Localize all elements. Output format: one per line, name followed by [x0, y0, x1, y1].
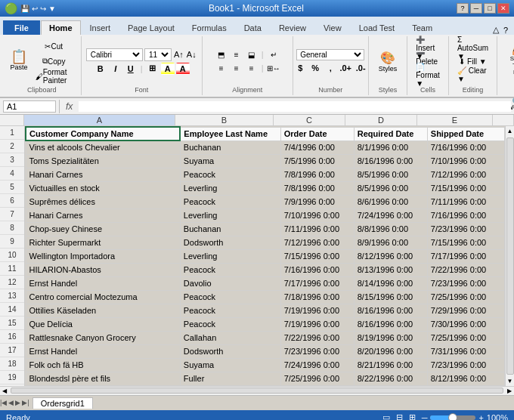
cell-r6c3[interactable]: 7/9/1996 0:00	[280, 195, 354, 208]
cell-r10c1[interactable]: Wellington Importadora	[26, 249, 180, 263]
cell-r17c3[interactable]: 7/23/1996 0:00	[280, 344, 354, 358]
tab-file[interactable]: File	[3, 20, 40, 35]
sheet-last-btn[interactable]: ▶|	[22, 399, 29, 406]
cell-r5c4[interactable]: 8/5/1996 0:00	[354, 181, 427, 195]
col-header-c[interactable]: C	[274, 115, 345, 125]
corner-cell[interactable]	[0, 115, 24, 125]
redo-quick-btn[interactable]: ↪	[40, 5, 46, 13]
row-header-1[interactable]: 1	[0, 126, 24, 140]
cell-r14c4[interactable]: 8/16/1996 0:00	[354, 304, 427, 317]
wrap-text-btn[interactable]: ↵	[267, 48, 280, 60]
cell-r11c2[interactable]: Peacock	[180, 263, 280, 276]
row-header-10[interactable]: 10	[0, 249, 24, 262]
cell-r10c5[interactable]: 7/17/1996 0:00	[427, 249, 504, 263]
cell-r3c2[interactable]: Suyama	[180, 154, 280, 168]
tab-insert[interactable]: Insert	[82, 20, 119, 35]
vertical-scrollbar[interactable]: ▲ ▼	[505, 126, 514, 386]
cut-button[interactable]: ✂ Cut	[32, 39, 76, 53]
row-header-4[interactable]: 4	[0, 167, 24, 181]
row-header-19[interactable]: 19	[0, 371, 24, 384]
cell-r18c1[interactable]: Folk och fä HB	[26, 358, 180, 372]
bold-button[interactable]: B	[94, 63, 107, 75]
cell-r18c5[interactable]: 7/23/1996 0:00	[427, 358, 504, 372]
view-page-break-btn[interactable]: ⊞	[409, 412, 416, 420]
cell-r12c2[interactable]: Davolio	[180, 276, 280, 290]
tab-review[interactable]: Review	[271, 20, 314, 35]
cell-r5c1[interactable]: Victuailles en stock	[26, 181, 180, 195]
sheet-first-btn[interactable]: |◀	[0, 399, 7, 406]
row-header-2[interactable]: 2	[0, 140, 24, 153]
restore-btn[interactable]: □	[484, 3, 496, 14]
tab-formulas[interactable]: Formulas	[184, 20, 235, 35]
align-top-left-btn[interactable]: ⬒	[215, 48, 228, 60]
styles-button[interactable]: 🎨 Styles	[373, 40, 403, 82]
cell-r4c2[interactable]: Peacock	[180, 168, 280, 181]
cell-r16c3[interactable]: 7/22/1996 0:00	[280, 331, 354, 344]
cell-r11c4[interactable]: 8/13/1996 0:00	[354, 263, 427, 276]
cell-r15c1[interactable]: Que Delícia	[26, 317, 180, 331]
zoom-slider[interactable]	[430, 415, 475, 420]
cell-r16c4[interactable]: 8/19/1996 0:00	[354, 331, 427, 344]
cell-r13c5[interactable]: 7/25/1996 0:00	[427, 290, 504, 304]
customize-quick-btn[interactable]: ▼	[48, 5, 56, 13]
cell-r9c2[interactable]: Dodsworth	[180, 236, 280, 249]
number-format-select[interactable]: General	[296, 49, 364, 60]
align-top-right-btn[interactable]: ⬓	[245, 48, 259, 60]
cell-r11c5[interactable]: 7/22/1996 0:00	[427, 263, 504, 276]
minimize-btn[interactable]: ─	[470, 3, 482, 14]
row-header-17[interactable]: 17	[0, 344, 24, 357]
scroll-down-btn[interactable]: ▼	[506, 376, 514, 386]
close-btn[interactable]: ✕	[497, 3, 509, 14]
decrease-decimal-btn[interactable]: .0-	[354, 62, 367, 74]
cell-r8c2[interactable]: Buchanan	[180, 222, 280, 236]
col-header-d[interactable]: D	[345, 115, 417, 125]
copy-button[interactable]: ⧉ Copy	[32, 54, 76, 68]
cell-r8c5[interactable]: 7/23/1996 0:00	[427, 222, 504, 236]
cell-r6c1[interactable]: Suprêmes délices	[26, 195, 180, 208]
paste-button[interactable]: 📋 Paste	[8, 39, 30, 82]
cell-r10c4[interactable]: 8/12/1996 0:00	[354, 249, 427, 263]
tab-team[interactable]: Team	[404, 20, 441, 35]
tab-page-layout[interactable]: Page Layout	[119, 20, 183, 35]
cell-r5c5[interactable]: 7/15/1996 0:00	[427, 181, 504, 195]
row-header-6[interactable]: 6	[0, 194, 24, 208]
row-header-9[interactable]: 9	[0, 235, 24, 249]
cell-r15c3[interactable]: 7/19/1996 0:00	[280, 317, 354, 331]
col-header-a[interactable]: A	[24, 115, 175, 125]
cell-r7c4[interactable]: 7/24/1996 0:00	[354, 208, 427, 222]
cell-r7c3[interactable]: 7/10/1996 0:00	[280, 208, 354, 222]
scroll-thumb[interactable]	[506, 137, 514, 375]
cell-r13c2[interactable]: Peacock	[180, 290, 280, 304]
row-header-3[interactable]: 3	[0, 153, 24, 167]
cell-r15c2[interactable]: Peacock	[180, 317, 280, 331]
cell-r17c1[interactable]: Ernst Handel	[26, 344, 180, 358]
format-cells-btn[interactable]: 📄 Format ▼	[412, 68, 444, 82]
cell-r12c5[interactable]: 7/23/1996 0:00	[427, 276, 504, 290]
sheet-tab-ordersgrid1[interactable]: Ordersgrid1	[33, 397, 93, 409]
cell-r5c3[interactable]: 7/8/1996 0:00	[280, 181, 354, 195]
cell-r9c4[interactable]: 8/9/1996 0:00	[354, 236, 427, 249]
cell-r12c1[interactable]: Ernst Handel	[26, 276, 180, 290]
share-button[interactable]: 📤 Share This File	[502, 38, 514, 80]
tab-load-test[interactable]: Load Test	[351, 20, 404, 35]
cell-r6c2[interactable]: Peacock	[180, 195, 280, 208]
align-top-center-btn[interactable]: ≡	[230, 48, 243, 60]
cell-r5c2[interactable]: Leverling	[180, 181, 280, 195]
merge-center-btn[interactable]: ⊞↔	[267, 62, 280, 74]
sheet-next-btn[interactable]: ▶	[15, 399, 20, 406]
cell-r2c4[interactable]: 8/1/1996 0:00	[354, 141, 427, 154]
col-header-b[interactable]: B	[175, 115, 274, 125]
row-header-18[interactable]: 18	[0, 357, 24, 371]
cell-r12c4[interactable]: 8/14/1996 0:00	[354, 276, 427, 290]
cell-r9c5[interactable]: 7/15/1996 0:00	[427, 236, 504, 249]
font-name-select[interactable]: Calibri	[86, 48, 143, 61]
cell-r19c1[interactable]: Blondesdsl père et fils	[26, 372, 180, 385]
increase-font-btn[interactable]: A↑	[173, 49, 184, 60]
cell-r17c5[interactable]: 7/31/1996 0:00	[427, 344, 504, 358]
zoom-in-btn[interactable]: +	[478, 413, 483, 421]
cell-r7c1[interactable]: Hanari Carnes	[26, 208, 180, 222]
increase-decimal-btn[interactable]: .0+	[339, 62, 352, 74]
cell-r6c4[interactable]: 8/6/1996 0:00	[354, 195, 427, 208]
cell-r11c3[interactable]: 7/16/1996 0:00	[280, 263, 354, 276]
formula-input[interactable]	[79, 101, 511, 112]
